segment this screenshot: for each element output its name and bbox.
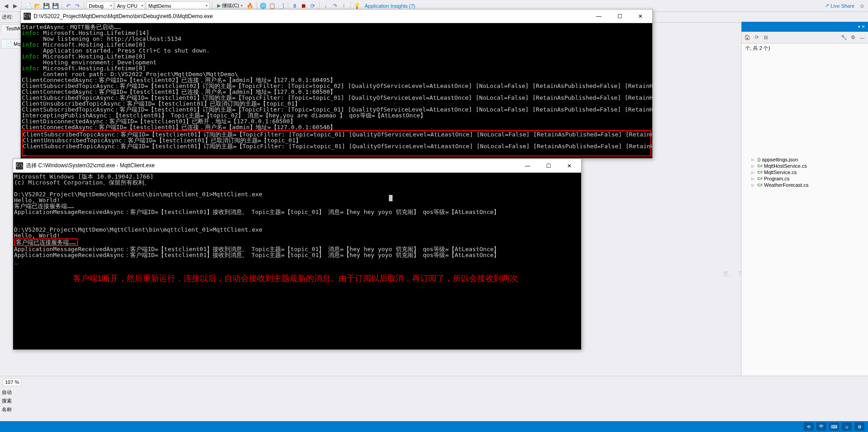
restart-icon[interactable]: ⟳ <box>309 2 317 10</box>
chevron-icon: ▷ <box>752 164 756 168</box>
close-button[interactable]: ✕ <box>560 160 578 172</box>
bottom-panels: 107 % 自动 搜索 名称 <box>0 376 868 421</box>
hot-reload-icon[interactable]: 🔥 <box>246 2 254 10</box>
chevron-icon: ▷ <box>752 177 756 181</box>
step-over-icon[interactable]: ↷ <box>331 2 339 10</box>
search-label: 搜索 <box>2 398 12 403</box>
debug-icon-1[interactable]: 📋 <box>268 2 276 10</box>
status-btn-5[interactable]: ⚙ <box>854 422 864 431</box>
console2-titlebar[interactable]: C:\ 选择 C:\Windows\System32\cmd.exe - Mqt… <box>13 159 581 173</box>
status-btn-4[interactable]: ☺ <box>842 422 852 431</box>
status-btn-3[interactable]: ⌨ <box>829 422 839 431</box>
console-icon: C:\ <box>24 13 31 20</box>
debug-icon-2[interactable]: 📑 <box>277 2 286 10</box>
solution-explorer-panel: ▾ ✕ 🏠 ⟳ ⊟ 🔧 ⚙ — 个, 共 2 个) ▷ {} appsettin… <box>741 22 868 375</box>
name-label: 名称 <box>2 407 12 412</box>
tree-count: 个, 共 2 个) <box>745 45 770 52</box>
chevron-icon: ▷ <box>752 170 756 175</box>
tree-file-label: MqttService.cs <box>764 170 797 175</box>
tree-file-label: WeatherForecast.cs <box>764 182 809 188</box>
tree-file[interactable]: ▷ C# Program.cs <box>742 175 867 182</box>
console2-title: 选择 C:\Windows\System32\cmd.exe - MqttCli… <box>26 162 155 170</box>
continue-label: 继续(C) <box>222 2 239 9</box>
tree-file[interactable]: ▷ {} appsettings.json <box>742 156 867 163</box>
save-all-icon[interactable]: 💾 <box>51 2 59 10</box>
app-insights-link[interactable]: Application Insights (?) <box>362 3 418 9</box>
console-icon: C:\ <box>16 162 23 170</box>
stop-icon[interactable]: ⏹ <box>300 2 308 10</box>
chevron-icon: ▷ <box>752 183 756 187</box>
solution-tree: 个, 共 2 个) ▷ {} appsettings.json ▷ C# Mqt… <box>742 44 868 189</box>
redo-icon[interactable]: ↷ <box>73 2 82 10</box>
tree-file-label: Program.cs <box>764 176 790 181</box>
status-btn-2[interactable]: 中 <box>816 422 826 431</box>
csharp-file-icon: C# <box>757 164 763 168</box>
solution-explorer-toolbar: 🏠 ⟳ ⊟ 🔧 ⚙ — <box>742 32 868 44</box>
csharp-file-icon: C# <box>757 183 763 187</box>
live-share-label: Live Share <box>830 3 854 9</box>
bulb-icon[interactable]: 💡 <box>353 2 361 10</box>
home-icon[interactable]: 🏠 <box>743 34 752 42</box>
minimize-button[interactable]: — <box>590 10 608 23</box>
toggle-icon[interactable]: — <box>858 34 866 42</box>
console1-titlebar[interactable]: C:\ D:\VS2022_Project\MqttDemo\MqttDemo\… <box>21 10 652 23</box>
open-icon[interactable]: 📂 <box>33 2 41 10</box>
solution-explorer-header: ▾ ✕ <box>742 22 868 32</box>
maximize-button[interactable]: ☐ <box>611 10 629 23</box>
tree-file-label: appsettings.json <box>762 157 798 162</box>
console-window-client: C:\ 选择 C:\Windows\System32\cmd.exe - Mqt… <box>13 159 582 350</box>
pause-icon[interactable]: ⏸ <box>291 2 299 10</box>
maximize-button[interactable]: ☐ <box>539 160 558 172</box>
live-share-button[interactable]: ↗ Live Share <box>822 3 857 9</box>
live-share-icon: ↗ <box>825 3 829 9</box>
process-label: 进程: <box>2 14 13 20</box>
properties-icon[interactable]: ⚙ <box>849 34 857 42</box>
csharp-file-icon: C# <box>757 176 763 181</box>
console2-content[interactable]: Microsoft Windows [版本 10.0.19042.1766] (… <box>13 173 581 349</box>
collapse-icon[interactable]: ⊟ <box>761 34 770 42</box>
wrench-icon[interactable]: 🔧 <box>840 34 848 42</box>
close-button[interactable]: ✕ <box>631 10 650 23</box>
undo-icon[interactable]: ↶ <box>64 2 73 10</box>
tree-file[interactable]: ▷ C# MqttService.cs <box>742 169 867 175</box>
tree-count-row: 个, 共 2 个) <box>742 44 867 52</box>
status-btn-1[interactable]: ⟲ <box>804 422 814 431</box>
csharp-file-icon: C# <box>757 170 763 175</box>
console1-title: D:\VS2022_Project\MqttDemo\MqttDemo\bin\… <box>34 13 213 19</box>
console-window-server: C:\ D:\VS2022_Project\MqttDemo\MqttDemo\… <box>20 9 653 159</box>
tab-auto[interactable]: 自动 <box>2 389 12 395</box>
sync-icon[interactable]: ⟳ <box>752 34 761 42</box>
step-out-icon[interactable]: ↑ <box>340 2 348 10</box>
tree-file[interactable]: ▷ C# MqttHostService.cs <box>742 163 867 169</box>
step-into-icon[interactable]: ↓ <box>322 2 330 10</box>
status-bar: ⟲ 中 ⌨ ☺ ⚙ <box>0 421 868 432</box>
minimize-button[interactable]: — <box>519 160 537 172</box>
json-icon: {} <box>757 157 761 162</box>
feedback-icon[interactable]: ☺ <box>858 2 866 10</box>
save-icon[interactable]: 💾 <box>42 2 50 10</box>
csharp-icon: 📄 <box>6 41 12 47</box>
tree-file[interactable]: ▷ C# WeatherForecast.cs <box>742 182 867 188</box>
nav-back-icon[interactable]: ◀ <box>2 2 10 10</box>
nav-fwd-icon[interactable]: ▶ <box>11 2 19 10</box>
play-icon: ▶ <box>217 3 221 9</box>
console1-content[interactable]: StartedAsync：MQTT服务已启动…… info: Microsoft… <box>21 23 652 157</box>
browser-icon[interactable]: 🌐 <box>259 2 267 10</box>
new-icon[interactable]: 📄 <box>24 2 32 10</box>
zoom-level[interactable]: 107 % <box>3 378 21 386</box>
tree-file-label: MqttHostService.cs <box>764 163 807 169</box>
chevron-icon: ▷ <box>752 158 756 162</box>
